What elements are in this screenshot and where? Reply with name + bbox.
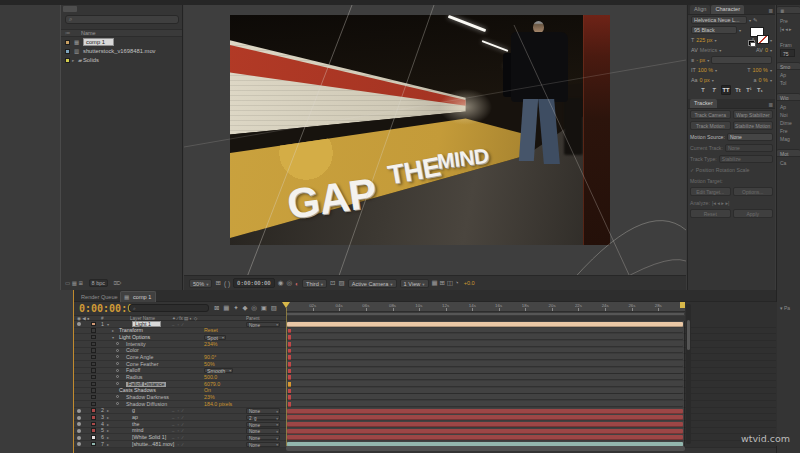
row-track-area[interactable] (286, 394, 776, 401)
timeline-row[interactable]: ▾ Light Options Spot ‒ ◦ ∕ (74, 334, 776, 341)
item-label[interactable]: comp 1 (83, 38, 114, 46)
layer-color-chip[interactable] (91, 408, 96, 413)
visibility-toggle[interactable] (77, 388, 81, 392)
layer-duration-bar[interactable] (287, 322, 683, 327)
visibility-toggle[interactable] (77, 409, 81, 413)
track-option-checkboxes[interactable]: ✓ Position Rotation Scale (690, 167, 749, 173)
visibility-toggle[interactable] (77, 416, 81, 420)
row-value[interactable]: 23% (204, 395, 215, 401)
name-column-header[interactable]: Name (81, 30, 96, 37)
camera-dropdown[interactable]: Active Camera▾ (348, 279, 397, 288)
layer-switches[interactable]: ‒ ◦ ∕ (172, 435, 184, 441)
twirl-icon[interactable]: ▸ (107, 435, 109, 441)
row-value[interactable]: 90.0° (204, 355, 216, 361)
twirl-icon[interactable]: ▸ (107, 428, 109, 434)
twirl-icon[interactable]: ▸ (107, 415, 109, 421)
tab-comp-1[interactable]: ▦ comp 1 (120, 291, 156, 302)
layer-color-chip[interactable] (91, 355, 96, 360)
motion-source-dropdown[interactable]: None (727, 133, 773, 141)
twirl-icon[interactable]: ▸ (107, 442, 109, 448)
row-track-area[interactable] (286, 428, 776, 435)
timeline-row[interactable]: Color ‒ ◦ ∕ (74, 348, 776, 355)
row-track-area[interactable] (286, 374, 776, 381)
row-value[interactable]: 50% (204, 362, 215, 368)
magnification-dropdown[interactable]: 50%▾ (189, 279, 212, 288)
row-name[interactable]: Radius (126, 375, 143, 381)
visibility-toggle[interactable] (77, 422, 81, 426)
layer-duration-bar[interactable] (287, 362, 683, 367)
tab-tracker[interactable]: Tracker (690, 99, 717, 108)
layer-duration-bar[interactable] (287, 389, 683, 394)
parent-dropdown[interactable]: None (246, 428, 280, 433)
row-track-area[interactable] (286, 421, 776, 428)
row-name[interactable]: Shadow Darkness (126, 395, 169, 401)
visibility-toggle[interactable] (116, 342, 119, 345)
snapshot-icon[interactable]: ◉ (278, 279, 284, 287)
composition-image[interactable]: GAP THE MIND (230, 15, 610, 245)
layer-duration-bar[interactable] (287, 328, 683, 333)
horizontal-scale-value[interactable]: 100 % (753, 67, 768, 73)
parent-dropdown[interactable]: None (246, 442, 280, 447)
type-style-button[interactable]: T¹ (744, 86, 753, 94)
layer-color-chip[interactable] (91, 375, 96, 380)
timeline-row[interactable]: Falloff Distance 6079.0 ‒ ◦ ∕ (74, 381, 776, 388)
row-track-area[interactable] (286, 334, 776, 341)
item-label[interactable]: Solids (83, 56, 99, 65)
kerning-value[interactable]: Metrics (700, 47, 717, 53)
exposure-value[interactable]: +0.0 (464, 280, 475, 286)
row-track-area[interactable] (286, 348, 776, 355)
visibility-toggle[interactable] (116, 375, 119, 378)
row-value[interactable]: 500.0 (204, 375, 217, 381)
visibility-toggle[interactable] (116, 382, 119, 385)
timeline-row[interactable]: 6 ▸ [White Solid 1] ‒ ◦ ∕ None (74, 434, 776, 441)
row-track-area[interactable] (286, 341, 776, 348)
tab-align[interactable]: Align (690, 5, 710, 14)
row-name[interactable]: ap (132, 415, 138, 421)
playhead-marker[interactable] (282, 302, 290, 312)
font-family-dropdown[interactable]: Helvetica Neue L... (691, 16, 747, 24)
timeline-row[interactable]: Intensity 234% ‒ ◦ ∕ (74, 341, 776, 348)
layer-duration-bar[interactable] (287, 355, 683, 360)
type-style-button[interactable]: T (710, 86, 719, 94)
layer-duration-bar[interactable] (287, 369, 683, 374)
row-track-area[interactable] (286, 381, 776, 388)
stroke-style-dropdown[interactable] (711, 56, 772, 64)
timeline-row[interactable]: 3 ▸ ap ‒ ◦ ∕ 2. g (74, 414, 776, 421)
row-name[interactable]: Cone Angle (126, 355, 153, 361)
parent-dropdown[interactable]: None (246, 435, 280, 440)
label-color-chip[interactable] (65, 40, 70, 45)
current-track-dropdown[interactable]: None (725, 144, 773, 152)
layer-duration-bar[interactable] (287, 382, 683, 387)
project-panel-tab-nub[interactable] (63, 6, 77, 12)
show-snapshot-icon[interactable]: ◎ (286, 279, 292, 287)
layer-color-chip[interactable] (91, 322, 96, 327)
layer-color-chip[interactable] (91, 428, 96, 433)
label-color-chip[interactable] (65, 58, 70, 63)
layer-duration-bar[interactable] (287, 395, 683, 400)
stroke-color-swatch[interactable] (757, 35, 769, 44)
track-camera-button[interactable]: Track Camera (690, 110, 731, 119)
layer-switches[interactable]: ‒ ◦ ∕ (172, 408, 184, 414)
tab-render-queue[interactable]: Render Queue (78, 292, 121, 302)
twirl-icon[interactable]: ▸ (112, 328, 114, 334)
layer-switches[interactable]: ‒ ◦ ∕ (172, 442, 184, 448)
warp-stabilizer-button[interactable]: Warp Stabilizer (733, 110, 774, 119)
layer-color-chip[interactable] (91, 415, 96, 420)
resolution-dropdown[interactable]: Third▾ (302, 279, 327, 288)
layer-color-chip[interactable] (91, 362, 96, 367)
visibility-toggle[interactable] (77, 442, 81, 446)
tab-character[interactable]: Character (711, 5, 744, 14)
twirl-icon[interactable]: ▸ (107, 422, 109, 428)
type-style-button[interactable]: T₁ (755, 86, 764, 94)
timeline-row[interactable]: Falloff Smooth ‒ ◦ ∕ (74, 368, 776, 375)
row-value[interactable]: 234% (204, 342, 218, 348)
layer-color-chip[interactable] (91, 328, 96, 333)
row-track-area[interactable] (286, 388, 776, 395)
layer-duration-bar[interactable] (287, 409, 683, 414)
visibility-toggle[interactable] (77, 328, 81, 332)
visibility-toggle[interactable] (77, 335, 81, 339)
row-track-area[interactable] (286, 434, 776, 441)
analyze-transport-buttons[interactable]: |◂ ◂ ▸ ▸| (712, 200, 729, 206)
font-style-dropdown[interactable]: 95 Black (691, 26, 737, 34)
visibility-toggle[interactable] (77, 429, 81, 433)
